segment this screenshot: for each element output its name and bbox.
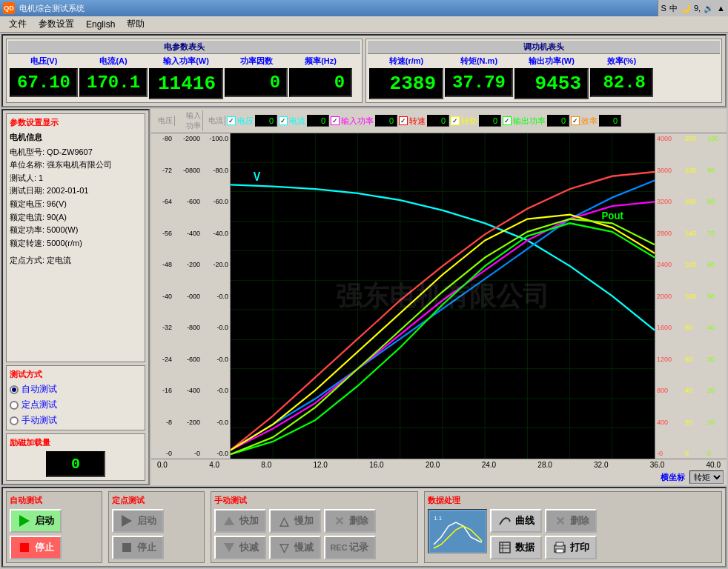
speed-right-axis: 4000 3600 3200 2800 2400 2000 1600 1200 … <box>655 133 684 459</box>
cb-output-power-label: 输出功率 <box>513 116 546 127</box>
menu-english[interactable]: English <box>80 18 121 31</box>
rt-160: 160 <box>685 198 696 205</box>
crosshair-select[interactable]: 转矩 电压 电流 转速 功率 <box>689 470 724 484</box>
auto-stop-button[interactable]: 停止 <box>10 536 62 559</box>
proc-row-1: 曲线 ✕ 删除 <box>490 509 597 533</box>
speed-display: 2389 <box>369 68 443 99</box>
p-200a: -200 <box>187 261 200 268</box>
fixed-test-title: 定点测试 <box>112 495 201 506</box>
auto-test-title: 自动测试 <box>10 495 99 506</box>
frequency-meter: 频率(Hz) 0 <box>289 56 352 99</box>
frequency-display: 0 <box>289 68 352 97</box>
data-icon <box>497 540 512 555</box>
fast-add-button[interactable]: 快加 <box>214 509 266 533</box>
right-meter-group: 调功机表头 转速(r/m) 2389 转矩(N.m) 37.79 输出功率(W)… <box>365 39 722 103</box>
meters-section: 电参数表头 电压(V) 67.10 电流(A) 170.1 输入功率(W) 11… <box>1 34 727 107</box>
delete-button[interactable]: ✕ 删除 <box>324 509 376 533</box>
tray-network-icon: 9, <box>694 4 701 13</box>
radio-auto-circle <box>10 385 19 394</box>
voltage-curve-label: V <box>254 170 261 183</box>
radio-auto[interactable]: 自动测试 <box>10 383 142 396</box>
p-400b: -400 <box>187 387 200 394</box>
torque-label: 转矩(N.m) <box>460 56 497 67</box>
data-proc-title: 数据处理 <box>428 495 718 506</box>
chart-container: 强东电机有限公司 <box>231 133 655 459</box>
manual-test-group: 手动测试 快加 △ 慢加 ✕ 删除 快减 <box>211 491 418 563</box>
fixed-stop-label: 停止 <box>137 541 156 554</box>
slow-add-icon: △ <box>277 513 291 528</box>
left-meter-group: 电参数表头 电压(V) 67.10 电流(A) 170.1 输入功率(W) 11… <box>6 39 363 103</box>
svg-rect-26 <box>556 542 563 546</box>
rs-0: -0 <box>657 450 663 457</box>
c-80: -80.0 <box>213 167 228 174</box>
x-8: 8.0 <box>261 461 271 469</box>
proc-delete-button[interactable]: ✕ 删除 <box>545 509 597 533</box>
right-meter-values: 转速(r/m) 2389 转矩(N.m) 37.79 输出功率(W) 9453 … <box>368 54 720 101</box>
output-power-meter: 输出功率(W) 9453 <box>514 56 589 99</box>
rs-800: 800 <box>657 387 668 394</box>
re-60: 60 <box>707 261 715 268</box>
torque-meter: 转矩(N.m) 37.79 <box>445 56 513 99</box>
left-scales: -80 -72 -64 -56 -48 -40 -32 -24 -16 -8 -… <box>151 133 231 459</box>
data-button[interactable]: 数据 <box>490 536 542 559</box>
cb-input-power[interactable]: 输入功率 0 <box>331 115 397 127</box>
radio-manual[interactable]: 手动测试 <box>10 414 142 427</box>
y-axis-voltage-header: 电压 <box>154 116 175 126</box>
p-600: -600 <box>187 198 200 205</box>
auto-start-button[interactable]: 启动 <box>10 509 62 533</box>
cb-current[interactable]: 电流 0 <box>279 115 329 127</box>
curve-button[interactable]: 曲线 <box>490 509 542 533</box>
data-label: 数据 <box>515 541 535 554</box>
re-70: 70 <box>707 230 715 237</box>
v-32: -32 <box>162 324 172 331</box>
cb-current-label: 电流 <box>289 116 305 127</box>
cb-efficiency[interactable]: 效率 0 <box>571 115 621 127</box>
rs-3200: 3200 <box>657 198 672 205</box>
x-12: 12.0 <box>313 461 327 469</box>
cb-input-power-label: 输入功率 <box>341 116 374 127</box>
chart-svg: V Pout <box>231 133 655 459</box>
radio-fixed[interactable]: 定点测试 <box>10 399 142 411</box>
test-methods-section: 测试方式 自动测试 定点测试 手动测试 <box>6 365 145 430</box>
manual-test-title: 手动测试 <box>214 495 414 506</box>
motor-info: 电机信息 电机型号: QD-ZW9607 单位名称: 强东电机有限公司 测试人:… <box>10 131 142 267</box>
y-axis-power-header: 输入功率 <box>176 110 203 131</box>
speed-chart-val: 0 <box>427 115 449 127</box>
cb-voltage[interactable]: 电压 0 <box>227 115 277 127</box>
input-power-chart-val: 0 <box>375 115 397 127</box>
rs-400: 400 <box>657 419 668 426</box>
system-tray: S 中 🌙 9, 🔊 ▲ <box>658 0 728 16</box>
menu-help[interactable]: 帮助 <box>121 16 150 32</box>
crosshair-controls: 横坐标 转矩 电压 电流 转速 功率 <box>154 469 724 484</box>
auto-start-row: 启动 <box>10 509 99 533</box>
rated-voltage: 额定电压: 96(V) <box>10 198 142 211</box>
slow-reduce-button[interactable]: ▽ 慢减 <box>269 536 321 559</box>
rs-2000: 2000 <box>657 293 672 300</box>
tray-volume-icon: 🔊 <box>704 4 714 13</box>
fixed-stop-button[interactable]: 停止 <box>112 536 164 559</box>
voltage-chart-val: 0 <box>255 115 277 127</box>
data-proc-content: 1.1 曲线 ✕ 删除 <box>428 509 718 559</box>
slow-add-button[interactable]: △ 慢加 <box>269 509 321 533</box>
fixed-start-button[interactable]: 启动 <box>112 509 164 533</box>
cb-speed[interactable]: 转速 0 <box>399 115 449 127</box>
radio-fixed-circle <box>10 401 19 410</box>
p-600b: -600 <box>187 356 200 363</box>
menu-file[interactable]: 文件 <box>3 16 33 32</box>
x-16: 16.0 <box>369 461 383 469</box>
menu-settings[interactable]: 参数设置 <box>33 16 80 32</box>
tray-chinese-icon: 中 <box>669 3 678 14</box>
fast-reduce-button[interactable]: 快减 <box>214 536 266 559</box>
print-button[interactable]: 打印 <box>545 536 597 559</box>
cb-voltage-box <box>227 116 236 125</box>
auto-stop-label: 停止 <box>35 541 54 554</box>
record-button[interactable]: REC 记录 <box>324 536 376 559</box>
curve-icon <box>497 513 512 528</box>
right-meter-group-label: 调功机表头 <box>368 41 720 54</box>
fast-reduce-label: 快减 <box>239 541 259 554</box>
curve-label: 曲线 <box>515 514 535 528</box>
rt-100: 100 <box>685 293 696 300</box>
delete-label: 删除 <box>349 514 368 528</box>
cb-torque[interactable]: 转矩 0 <box>451 115 501 127</box>
cb-output-power[interactable]: 输出功率 0 <box>503 115 569 127</box>
